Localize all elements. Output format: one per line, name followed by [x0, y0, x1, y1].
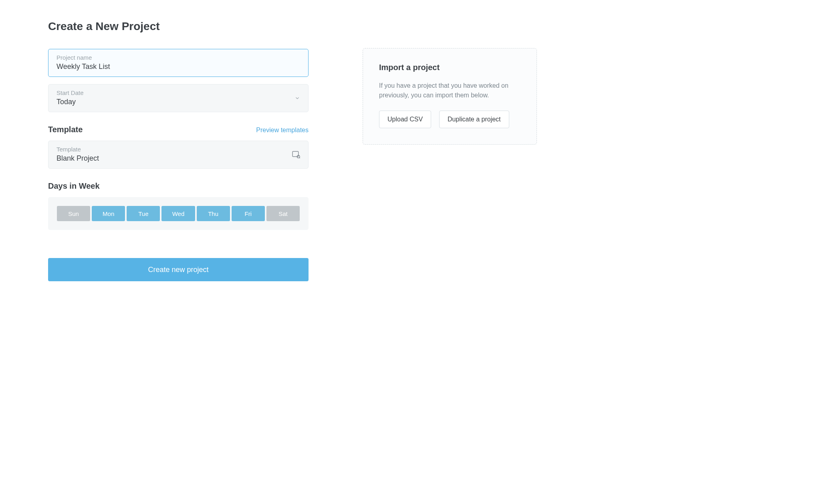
- upload-csv-button[interactable]: Upload CSV: [379, 111, 431, 128]
- template-field[interactable]: Template Blank Project: [48, 141, 309, 169]
- project-name-field[interactable]: Project name: [48, 49, 309, 77]
- day-mon[interactable]: Mon: [92, 206, 125, 221]
- day-fri[interactable]: Fri: [232, 206, 265, 221]
- days-section-title: Days in Week: [48, 181, 100, 191]
- form-column: Create a New Project Project name Start …: [48, 20, 309, 281]
- page-title: Create a New Project: [48, 20, 309, 33]
- import-column: Import a project If you have a project t…: [363, 48, 537, 145]
- days-in-week-selector: Sun Mon Tue Wed Thu Fri Sat: [48, 197, 309, 230]
- preview-templates-link[interactable]: Preview templates: [256, 127, 309, 134]
- day-sat[interactable]: Sat: [266, 206, 300, 221]
- project-name-input[interactable]: [56, 62, 300, 71]
- import-panel-buttons: Upload CSV Duplicate a project: [379, 111, 520, 128]
- svg-line-2: [299, 157, 300, 158]
- chevron-down-icon: [295, 95, 300, 101]
- start-date-value: Today: [56, 98, 300, 106]
- day-thu[interactable]: Thu: [197, 206, 230, 221]
- days-section-header: Days in Week: [48, 181, 309, 191]
- create-project-page: Create a New Project Project name Start …: [48, 20, 549, 281]
- browse-template-icon: [292, 151, 300, 158]
- create-project-button[interactable]: Create new project: [48, 258, 309, 281]
- template-section-title: Template: [48, 125, 83, 134]
- day-tue[interactable]: Tue: [127, 206, 160, 221]
- template-section-header: Template Preview templates: [48, 125, 309, 134]
- template-field-value: Blank Project: [56, 154, 300, 163]
- template-field-label: Template: [56, 146, 300, 153]
- import-panel-description: If you have a project that you have work…: [379, 81, 520, 100]
- day-wed[interactable]: Wed: [161, 206, 195, 221]
- start-date-label: Start Date: [56, 89, 300, 96]
- day-sun[interactable]: Sun: [57, 206, 90, 221]
- start-date-field[interactable]: Start Date Today: [48, 84, 309, 112]
- import-panel: Import a project If you have a project t…: [363, 48, 537, 145]
- import-panel-title: Import a project: [379, 63, 520, 72]
- duplicate-project-button[interactable]: Duplicate a project: [439, 111, 509, 128]
- project-name-label: Project name: [56, 54, 300, 61]
